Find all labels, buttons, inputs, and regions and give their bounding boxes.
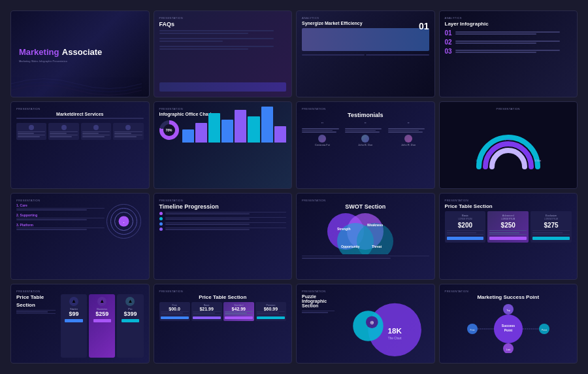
slide-arc-chart: Presentation 1 Slot 2 Slot 3 Slot — [439, 101, 578, 188]
synergize-image — [302, 28, 429, 51]
slide-marketing-associate: Marketing Associate Marketing Slides Inf… — [10, 10, 150, 97]
avatar-2 — [361, 135, 369, 143]
layer-title: Layer Infographic — [445, 21, 572, 27]
slide-marketing-success: Presentation Marketing Success Point Suc… — [439, 284, 578, 364]
synergize-number: 01 — [419, 21, 429, 31]
service-4 — [113, 123, 143, 140]
plan-basic: Basic LOREM IPSUM $200 — [445, 211, 486, 243]
slide-label-pt1: Presentation — [445, 199, 572, 202]
pts-pro: ▲ Pro $399 — [117, 294, 143, 358]
slide-label-layer: Analytics — [445, 16, 572, 20]
avatar-3 — [404, 135, 412, 143]
numbered-item-2: 2. Supporting — [16, 213, 105, 220]
testimonial-2: " John B. Doe — [345, 121, 386, 146]
synergize-title: Synergize Market Efficiency — [302, 21, 429, 26]
testimonial-3: " John R. Doe — [388, 121, 429, 146]
donut-value: 78% — [163, 124, 175, 136]
tl-item-3 — [159, 222, 287, 226]
slide-price-table-2: Presentation Price Table Section Free $0… — [154, 284, 293, 364]
tl-item-4 — [159, 228, 287, 231]
pts-title-line1: Price Table — [16, 294, 56, 300]
timeline-title: Timeline Progression — [159, 203, 287, 210]
avatar-1 — [318, 135, 326, 143]
svg-text:Strength: Strength — [337, 227, 351, 231]
test-name-3: John R. Doe — [388, 143, 429, 146]
pt2-basic: Basic $21.99 — [191, 302, 222, 322]
svg-text:Top: Top — [506, 309, 510, 312]
puz-title: Puzzle Infographic Section — [302, 294, 335, 308]
slide-testimonials: Presentation Testimonials " Cerianna Foi… — [296, 101, 435, 188]
slide-office-chart: Presentation Infographic Office Chart 78… — [154, 101, 293, 188]
tl-item-2 — [159, 217, 287, 220]
slide-label-md: Presentation — [16, 107, 144, 110]
slide-label-test: Presentation — [302, 107, 429, 110]
svg-text:Last: Last — [506, 348, 510, 351]
svg-text:Weakness: Weakness — [367, 223, 384, 227]
puzzle-diagram: 18K The Chart ⊕ — [338, 294, 429, 358]
pt2-premium: Premium $60.99 — [255, 302, 286, 322]
swot-title: SWOT Section — [302, 203, 429, 210]
pts-starter: ▲ Starter $99 — [61, 294, 87, 358]
slide-label-arc: Presentation — [496, 107, 520, 110]
svg-text:⊕: ⊕ — [370, 320, 374, 326]
arc-svg: 1 Slot 2 Slot 3 Slot — [472, 121, 544, 173]
svg-text:Opportunity: Opportunity — [341, 245, 360, 248]
slide-label-synergize: Analytics — [302, 16, 429, 20]
plan-exclusive: Exclusive LOREM IPSUM $275 — [531, 211, 572, 243]
testimonial-1: " Cerianna Foi — [302, 121, 343, 146]
slide-label-pts: Presentation — [16, 290, 144, 293]
svg-text:First: First — [470, 329, 474, 332]
slide-marketdirect: Presentation Marketdirect Services — [10, 101, 150, 188]
pts-business: ▲ Business $259 — [89, 294, 115, 358]
faqs-title: FAQs — [159, 21, 287, 27]
pt2-standard: Standard $42.99 — [223, 302, 254, 322]
slide-numbered-list: Presentation 1. Care 2. Supporting 3. Pl… — [10, 193, 150, 280]
numbered-item-3: 3. Platform — [16, 223, 105, 230]
service-1 — [16, 123, 46, 140]
bar-chart — [182, 120, 287, 143]
slide-synergize: Analytics Synergize Market Efficiency 01 — [296, 10, 435, 97]
testimonials-row: " Cerianna Foi " John B. Doe — [302, 121, 429, 146]
slide-label-puzzle: Presentation — [302, 290, 429, 293]
donut-chart: 78% — [159, 120, 179, 140]
slide-label-tl: Presentation — [159, 199, 287, 202]
success-diagram: Success Point First Point Top Last — [459, 304, 557, 356]
pts-title-line2: Section — [16, 302, 56, 308]
ms-title: Marketing Success Point — [445, 294, 572, 300]
marketing-subtitle: Marketing Slides Infographic Presentatio… — [19, 60, 141, 63]
pt2-cards: Free $00.0 Basic $21.99 Standard $42.99 … — [159, 302, 287, 322]
slide-label-swot: Presentation — [302, 199, 429, 202]
slide-swot: Presentation SWOT Section Strength Weakn… — [296, 193, 435, 280]
service-2 — [48, 123, 78, 140]
slide-price-table-section: Presentation Price Table Section ▲ Start… — [10, 284, 150, 364]
numbered-item-1: 1. Care — [16, 203, 105, 211]
svg-text:The Chart: The Chart — [388, 337, 402, 340]
svg-text:2 Slot: 2 Slot — [505, 138, 512, 141]
testimonials-title: Testimonials — [302, 112, 429, 118]
slide-price-table-1: Presentation Price Table Section Basic L… — [439, 193, 578, 280]
slide-faqs: Presentation FAQs — [154, 10, 293, 97]
marketing-title: Marketing Associate — [19, 46, 141, 58]
svg-text:Point: Point — [504, 328, 513, 332]
layer-item-1: 01 — [445, 29, 572, 37]
md-title: Marketdirect Services — [16, 112, 144, 116]
svg-text:1 Slot: 1 Slot — [476, 159, 483, 162]
slide-label-pt2: Presentation — [159, 290, 287, 293]
timeline-items — [159, 212, 287, 233]
slide-label-faqs: Presentation — [159, 16, 287, 20]
slide-puzzle: Presentation Puzzle Infographic Section — [296, 284, 435, 364]
swot-diagram: Strength Weakness Opportunity Threat — [302, 212, 429, 254]
svg-text:Success: Success — [502, 324, 515, 328]
svg-text:Point: Point — [542, 329, 547, 332]
svg-text:18K: 18K — [388, 326, 402, 335]
price-cards: Basic LOREM IPSUM $200 Advanced LOREM IP… — [445, 211, 572, 243]
test-name-1: Cerianna Foi — [302, 143, 343, 146]
test-name-2: John B. Doe — [345, 143, 386, 146]
tl-item-1 — [159, 212, 287, 215]
layer-item-2: 02 — [445, 39, 572, 46]
price-table-title-1: Price Table Section — [445, 203, 572, 209]
slides-grid: Marketing Associate Marketing Slides Inf… — [7, 7, 581, 367]
layer-item-3: 03 — [445, 48, 572, 55]
pt2-free: Free $00.0 — [159, 302, 190, 322]
slide-label-numbered: Presentation — [16, 199, 144, 202]
